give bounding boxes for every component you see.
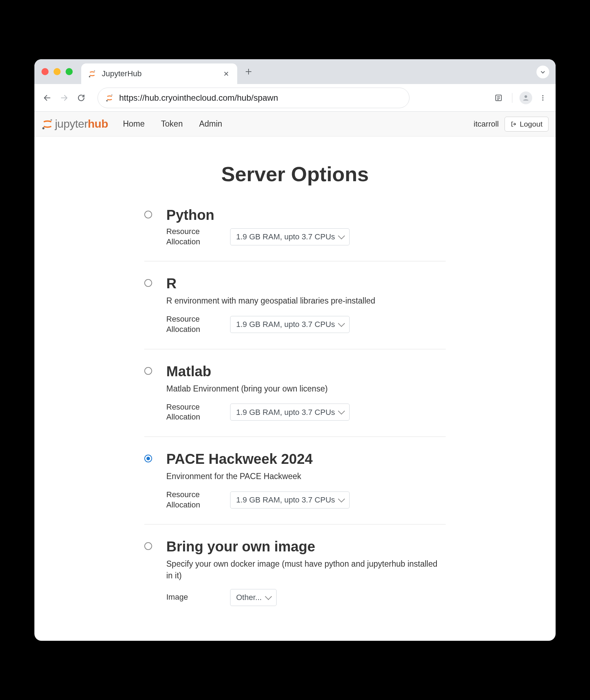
jupyter-logo-icon bbox=[41, 118, 54, 130]
tab-title: JupyterHub bbox=[102, 69, 217, 78]
toolbar-divider bbox=[512, 93, 512, 103]
tab-close-button[interactable] bbox=[222, 69, 231, 78]
jupyterhub-navbar: jupyterhub Home Token Admin itcarroll Lo… bbox=[34, 112, 556, 137]
reader-icon bbox=[494, 94, 503, 102]
profile-radio[interactable] bbox=[144, 211, 152, 218]
field-label: Image bbox=[166, 592, 223, 602]
svg-point-10 bbox=[42, 127, 44, 129]
option-title: Matlab bbox=[166, 363, 446, 379]
server-option: Python Resource Allocation 1.9 GB RAM, u… bbox=[144, 207, 446, 261]
address-bar[interactable]: https://hub.cryointhecloud.com/hub/spawn bbox=[98, 88, 410, 108]
window-controls bbox=[41, 68, 73, 75]
server-options-list: Python Resource Allocation 1.9 GB RAM, u… bbox=[144, 207, 446, 620]
svg-point-8 bbox=[542, 99, 544, 101]
option-title: PACE Hackweek 2024 bbox=[166, 451, 446, 467]
close-window-button[interactable] bbox=[41, 68, 49, 75]
username-label: itcarroll bbox=[474, 120, 499, 129]
field-label: Resource Allocation bbox=[166, 490, 223, 510]
plus-icon bbox=[245, 68, 252, 75]
logout-label: Logout bbox=[520, 120, 542, 128]
chevron-down-icon bbox=[540, 69, 546, 75]
server-option: Matlab Matlab Environment (bring your ow… bbox=[144, 363, 446, 437]
svg-point-7 bbox=[542, 97, 544, 99]
maximize-window-button[interactable] bbox=[66, 68, 73, 75]
resource allocation-select[interactable]: 1.9 GB RAM, upto 3.7 CPUs bbox=[230, 228, 350, 245]
browser-menu-button[interactable] bbox=[536, 91, 550, 105]
reload-button[interactable] bbox=[74, 91, 88, 105]
field-label: Resource Allocation bbox=[166, 402, 223, 422]
svg-point-6 bbox=[542, 95, 544, 96]
kebab-menu-icon bbox=[539, 94, 546, 101]
field-label: Resource Allocation bbox=[166, 314, 223, 334]
jupyter-favicon-icon bbox=[88, 69, 97, 78]
logout-button[interactable]: Logout bbox=[505, 117, 549, 132]
avatar-icon bbox=[519, 91, 532, 104]
arrow-left-icon bbox=[43, 94, 51, 102]
field-label: Resource Allocation bbox=[166, 227, 223, 247]
svg-point-9 bbox=[50, 119, 52, 121]
nav-token[interactable]: Token bbox=[155, 116, 188, 132]
page-title: Server Options bbox=[56, 162, 534, 186]
site-favicon-icon bbox=[105, 93, 114, 102]
profile-button[interactable] bbox=[519, 91, 533, 105]
reader-mode-button[interactable] bbox=[491, 91, 506, 105]
new-tab-button[interactable] bbox=[243, 66, 254, 77]
arrow-right-icon bbox=[60, 94, 68, 102]
resource allocation-select[interactable]: 1.9 GB RAM, upto 3.7 CPUs bbox=[230, 404, 350, 421]
nav-admin[interactable]: Admin bbox=[193, 116, 228, 132]
option-description: R environment with many geospatial libra… bbox=[166, 295, 446, 306]
svg-point-5 bbox=[524, 95, 527, 98]
svg-point-2 bbox=[111, 94, 112, 95]
jupyterhub-logo[interactable]: jupyterhub bbox=[41, 117, 108, 130]
server-option: Bring your own image Specify your own do… bbox=[144, 539, 446, 620]
back-button[interactable] bbox=[40, 91, 54, 105]
nav-home[interactable]: Home bbox=[117, 116, 150, 132]
resource allocation-select[interactable]: 1.9 GB RAM, upto 3.7 CPUs bbox=[230, 491, 350, 509]
page-content: Server Options Python Resource Allocatio… bbox=[34, 137, 556, 641]
svg-point-1 bbox=[89, 76, 90, 77]
reload-icon bbox=[77, 94, 85, 102]
resource allocation-select[interactable]: 1.9 GB RAM, upto 3.7 CPUs bbox=[230, 316, 350, 333]
tab-strip: JupyterHub bbox=[34, 59, 556, 84]
server-option: PACE Hackweek 2024 Environment for the P… bbox=[144, 451, 446, 524]
svg-point-0 bbox=[94, 70, 95, 71]
url-text: https://hub.cryointhecloud.com/hub/spawn bbox=[119, 93, 402, 103]
browser-tab[interactable]: JupyterHub bbox=[81, 63, 237, 84]
profile-radio[interactable] bbox=[144, 455, 152, 462]
option-description: Matlab Environment (bring your own licen… bbox=[166, 383, 446, 394]
option-description: Specify your own docker image (must have… bbox=[166, 558, 446, 581]
profile-radio[interactable] bbox=[144, 279, 152, 287]
logo-text: jupyterhub bbox=[55, 117, 108, 130]
svg-point-3 bbox=[106, 100, 108, 101]
forward-button[interactable] bbox=[57, 91, 71, 105]
browser-toolbar: https://hub.cryointhecloud.com/hub/spawn bbox=[34, 84, 556, 112]
server-option: R R environment with many geospatial lib… bbox=[144, 276, 446, 349]
browser-window: JupyterHub https bbox=[34, 59, 556, 641]
profile-radio[interactable] bbox=[144, 367, 152, 375]
option-title: Python bbox=[166, 207, 446, 223]
option-description: Environment for the PACE Hackweek bbox=[166, 471, 446, 482]
option-title: Bring your own image bbox=[166, 539, 446, 555]
minimize-window-button[interactable] bbox=[54, 68, 61, 75]
profile-radio[interactable] bbox=[144, 542, 152, 550]
close-icon bbox=[223, 71, 229, 77]
image-select[interactable]: Other... bbox=[230, 589, 277, 606]
option-title: R bbox=[166, 276, 446, 291]
logout-icon bbox=[511, 121, 517, 127]
tab-overflow-button[interactable] bbox=[536, 66, 549, 78]
